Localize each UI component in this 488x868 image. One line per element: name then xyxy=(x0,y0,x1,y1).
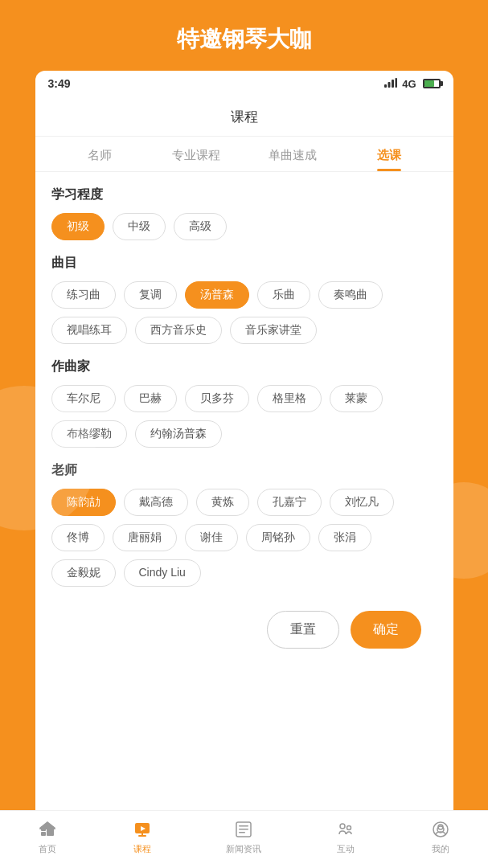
interact-icon xyxy=(335,819,356,840)
section-title-composer: 作曲家 xyxy=(51,358,437,375)
svg-rect-3 xyxy=(396,78,398,88)
bottom-nav: 首页 课程 新闻资讯 xyxy=(0,810,488,868)
page-title: 特邀钢琴大咖 xyxy=(177,0,312,71)
tab-professional-course[interactable]: 专业课程 xyxy=(148,137,244,171)
tag-beethoven[interactable]: 贝多芬 xyxy=(185,385,249,412)
tag-tong-bo[interactable]: 佟博 xyxy=(51,524,105,551)
home-icon xyxy=(37,819,58,840)
status-icons: 4G xyxy=(384,78,440,90)
signal-icon xyxy=(384,78,397,90)
tabs-container: 名师 专业课程 单曲速成 选课 xyxy=(35,137,453,172)
battery-icon xyxy=(423,79,441,88)
tag-xie-jia[interactable]: 谢佳 xyxy=(185,524,238,551)
tab-single-song[interactable]: 单曲速成 xyxy=(244,137,341,171)
course-icon xyxy=(132,819,153,840)
tag-musician-lecture[interactable]: 音乐家讲堂 xyxy=(230,317,317,344)
section-title-level: 学习程度 xyxy=(51,186,437,203)
genre-tags: 练习曲 复调 汤普森 乐曲 奏鸣曲 视唱练耳 西方音乐史 音乐家讲堂 xyxy=(51,281,437,344)
nav-item-news[interactable]: 新闻资讯 xyxy=(226,819,261,855)
svg-rect-12 xyxy=(141,833,143,836)
svg-rect-16 xyxy=(239,832,245,833)
svg-rect-1 xyxy=(388,82,391,88)
tab-famous-teacher[interactable]: 名师 xyxy=(51,137,148,171)
tag-lemoine[interactable]: 莱蒙 xyxy=(330,385,383,412)
tag-thompson[interactable]: 汤普森 xyxy=(185,281,249,309)
svg-rect-15 xyxy=(239,829,248,830)
nav-label-course: 课程 xyxy=(133,843,151,855)
tag-zhang-juan[interactable]: 张涓 xyxy=(318,524,371,551)
nav-item-profile[interactable]: 我的 xyxy=(430,819,451,855)
teacher-tags: 陈韵劼 戴高德 黄炼 孔嘉宁 刘忆凡 佟博 唐丽娟 谢佳 周铭孙 张涓 金毅妮 … xyxy=(51,489,437,587)
svg-marker-8 xyxy=(39,821,55,828)
tag-beginner[interactable]: 初级 xyxy=(51,213,105,240)
tag-zhou-mingsun[interactable]: 周铭孙 xyxy=(246,524,310,551)
tag-john-thompson[interactable]: 约翰汤普森 xyxy=(135,420,222,448)
level-tags: 初级 中级 高级 xyxy=(51,213,437,240)
composer-tags: 车尔尼 巴赫 贝多芬 格里格 莱蒙 布格缪勒 约翰汤普森 xyxy=(51,385,437,448)
nav-item-interact[interactable]: 互动 xyxy=(335,819,356,855)
tag-music[interactable]: 乐曲 xyxy=(257,281,310,309)
svg-rect-0 xyxy=(384,84,387,88)
tab-select-course[interactable]: 选课 xyxy=(341,137,437,171)
tag-cindy-liu[interactable]: Cindy Liu xyxy=(124,559,201,587)
status-time: 3:49 xyxy=(48,77,71,90)
tag-sonata[interactable]: 奏鸣曲 xyxy=(318,281,383,309)
tag-huang-lian[interactable]: 黄炼 xyxy=(196,489,249,516)
confirm-button[interactable]: 确定 xyxy=(351,611,421,649)
main-card: 课程 名师 专业课程 单曲速成 选课 学习程度 初级 中级 高级 曲目 练习曲 … xyxy=(35,96,453,868)
svg-point-18 xyxy=(347,826,351,830)
profile-icon xyxy=(430,819,451,840)
tag-liu-yifan[interactable]: 刘忆凡 xyxy=(330,489,394,516)
tag-kong-jianing[interactable]: 孔嘉宁 xyxy=(257,489,322,516)
network-label: 4G xyxy=(402,78,416,90)
svg-point-17 xyxy=(340,824,345,829)
status-bar: 3:49 4G xyxy=(35,71,453,96)
svg-rect-7 xyxy=(39,828,55,829)
tag-etude[interactable]: 练习曲 xyxy=(51,281,116,309)
nav-item-home[interactable]: 首页 xyxy=(37,819,58,855)
tag-dai-gaode[interactable]: 戴高德 xyxy=(124,489,188,516)
svg-rect-2 xyxy=(392,80,394,88)
svg-rect-5 xyxy=(41,832,46,836)
nav-label-news: 新闻资讯 xyxy=(226,843,261,855)
nav-item-course[interactable]: 课程 xyxy=(132,819,153,855)
nav-label-interact: 互动 xyxy=(337,843,355,855)
content-area: 学习程度 初级 中级 高级 曲目 练习曲 复调 汤普森 乐曲 奏鸣曲 视唱练耳 … xyxy=(35,186,453,657)
tag-sight-singing[interactable]: 视唱练耳 xyxy=(51,317,127,344)
nav-bar: 课程 xyxy=(35,96,453,137)
tag-tang-lijuan[interactable]: 唐丽娟 xyxy=(113,524,177,551)
section-title-genre: 曲目 xyxy=(51,255,437,272)
tag-bach[interactable]: 巴赫 xyxy=(124,385,177,412)
tag-polyphony[interactable]: 复调 xyxy=(124,281,177,309)
tag-western-music[interactable]: 西方音乐史 xyxy=(135,317,222,344)
nav-label-profile: 我的 xyxy=(432,843,449,855)
nav-label-home: 首页 xyxy=(39,843,56,855)
news-icon xyxy=(233,819,254,840)
page-wrapper: 特邀钢琴大咖 3:49 4G 课程 名师 专业课程 单曲速成 xyxy=(0,0,488,868)
tag-intermediate[interactable]: 中级 xyxy=(113,213,166,240)
tag-advanced[interactable]: 高级 xyxy=(174,213,227,240)
tag-jin-yini[interactable]: 金毅妮 xyxy=(51,559,116,587)
reset-button[interactable]: 重置 xyxy=(267,611,339,649)
nav-bar-title: 课程 xyxy=(231,109,258,125)
bottom-buttons: 重置 确定 xyxy=(51,592,437,657)
svg-rect-14 xyxy=(239,825,248,827)
section-title-teacher: 老师 xyxy=(51,462,437,479)
tag-grieg[interactable]: 格里格 xyxy=(257,385,322,412)
